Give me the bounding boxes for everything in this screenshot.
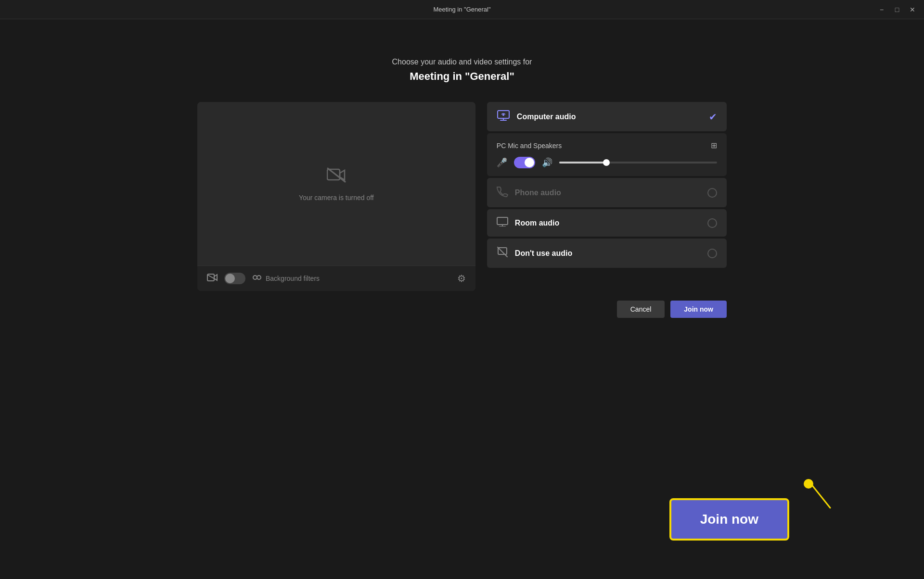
phone-audio-icon bbox=[497, 186, 508, 200]
minimize-button[interactable]: − bbox=[878, 6, 886, 13]
titlebar-controls: − □ ✕ bbox=[878, 6, 916, 13]
room-audio-icon bbox=[497, 217, 508, 229]
pc-mic-header: PC Mic and Speakers ⊞ bbox=[497, 141, 717, 150]
svg-point-3 bbox=[257, 276, 261, 279]
arrow-annotation bbox=[804, 479, 813, 489]
pc-mic-controls: 🎤 🔊 bbox=[497, 157, 717, 168]
join-now-button[interactable]: Join now bbox=[670, 301, 727, 318]
audio-panel: Computer audio ✔ PC Mic and Speakers ⊞ 🎤… bbox=[487, 102, 727, 291]
no-audio-icon bbox=[497, 246, 508, 260]
bg-filters-label: Background filters bbox=[266, 275, 320, 282]
mic-icon: 🎤 bbox=[497, 157, 507, 168]
volume-slider[interactable] bbox=[559, 162, 717, 164]
cancel-button[interactable]: Cancel bbox=[617, 301, 665, 318]
camera-off-icon bbox=[327, 166, 346, 188]
phone-audio-radio bbox=[707, 188, 717, 198]
titlebar: Meeting in "General" − □ ✕ bbox=[0, 0, 924, 19]
action-row: Cancel Join now bbox=[197, 301, 727, 318]
equalizer-icon[interactable]: ⊞ bbox=[711, 141, 717, 150]
join-now-callout-button[interactable]: Join now bbox=[669, 498, 789, 541]
maximize-button[interactable]: □ bbox=[893, 6, 901, 13]
main-container: Choose your audio and video settings for… bbox=[0, 19, 924, 579]
computer-audio-icon bbox=[497, 110, 510, 124]
meeting-title: Meeting in "General" bbox=[410, 70, 514, 83]
room-audio-radio bbox=[707, 218, 717, 228]
close-button[interactable]: ✕ bbox=[909, 6, 916, 13]
room-audio-option[interactable]: Room audio bbox=[487, 209, 727, 237]
video-panel: Your camera is turned off bbox=[197, 102, 475, 291]
room-audio-label: Room audio bbox=[515, 219, 701, 227]
join-callout-wrapper: Join now bbox=[669, 498, 789, 541]
computer-audio-check: ✔ bbox=[709, 111, 717, 123]
video-controls: Background filters ⚙ bbox=[197, 265, 475, 291]
subtitle-text: Choose your audio and video settings for bbox=[392, 58, 532, 66]
video-preview: Your camera is turned off bbox=[197, 102, 475, 265]
mic-toggle[interactable] bbox=[514, 157, 535, 168]
no-audio-option[interactable]: Don't use audio bbox=[487, 239, 727, 268]
pc-mic-section: PC Mic and Speakers ⊞ 🎤 🔊 bbox=[487, 133, 727, 176]
computer-audio-option[interactable]: Computer audio ✔ bbox=[487, 102, 727, 131]
svg-point-2 bbox=[253, 276, 257, 279]
svg-rect-6 bbox=[497, 217, 508, 225]
pc-mic-label: PC Mic and Speakers bbox=[497, 142, 562, 150]
phone-audio-option[interactable]: Phone audio bbox=[487, 178, 727, 207]
video-settings-icon[interactable]: ⚙ bbox=[457, 273, 466, 284]
content-area: Your camera is turned off bbox=[197, 102, 727, 291]
computer-audio-label: Computer audio bbox=[517, 113, 702, 121]
svg-point-5 bbox=[502, 114, 504, 116]
phone-audio-label: Phone audio bbox=[515, 189, 701, 197]
titlebar-title: Meeting in "General" bbox=[433, 6, 490, 13]
speaker-icon: 🔊 bbox=[542, 157, 552, 168]
no-audio-label: Don't use audio bbox=[515, 249, 701, 258]
svg-line-8 bbox=[811, 484, 830, 508]
camera-toggle[interactable] bbox=[224, 273, 245, 284]
camera-toggle-icon[interactable] bbox=[207, 273, 218, 284]
svg-rect-0 bbox=[327, 169, 340, 180]
no-audio-radio bbox=[707, 249, 717, 258]
bg-filters-button[interactable]: Background filters bbox=[252, 273, 450, 284]
bg-filters-icon bbox=[252, 273, 262, 284]
camera-off-text: Your camera is turned off bbox=[299, 194, 374, 201]
